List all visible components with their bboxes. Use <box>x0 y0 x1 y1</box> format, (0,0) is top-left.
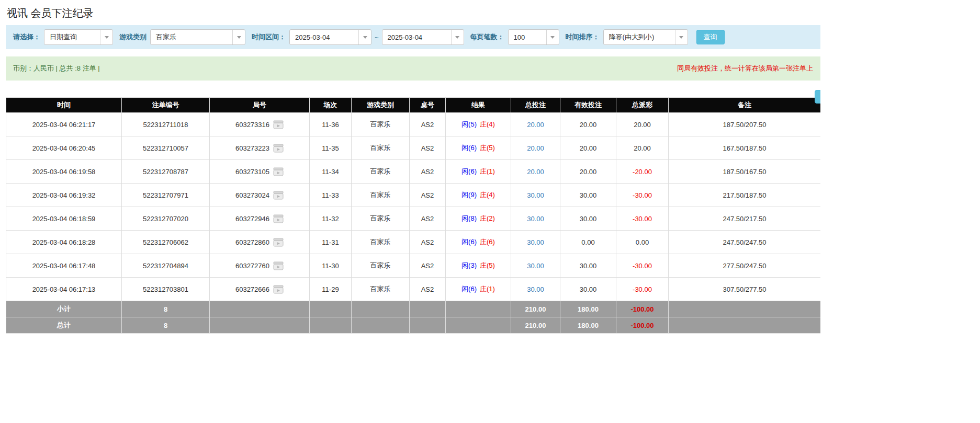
query-type-select[interactable]: 日期查询 <box>44 29 113 45</box>
cell-result: 闲(6)庄(5) <box>446 136 511 160</box>
game-type-value: 百家乐 <box>151 32 232 42</box>
result-player: 闲(6) <box>461 285 477 293</box>
search-button[interactable]: 查询 <box>696 30 725 44</box>
cell-session: 11-33 <box>310 184 352 207</box>
date-from-select[interactable]: 2025-03-04 <box>289 29 371 45</box>
footer-empty-cell <box>446 301 511 317</box>
cell-table: AS2 <box>410 136 446 160</box>
cell-result: 闲(6)庄(1) <box>446 160 511 184</box>
round-number: 603272666 <box>235 285 269 293</box>
col-header-bet-no: 注单编号 <box>122 98 210 113</box>
chevron-down-icon <box>358 30 371 44</box>
col-header-payout: 总派彩 <box>616 98 669 113</box>
cell-bet-no: 522312703801 <box>122 278 210 301</box>
cell-game-type: 百家乐 <box>352 184 410 207</box>
cell-total-bet[interactable]: 20.00 <box>511 160 560 184</box>
video-icon[interactable] <box>273 238 284 247</box>
total-payout: -100.00 <box>616 317 669 334</box>
cell-result: 闲(8)庄(2) <box>446 207 511 231</box>
cell-total-bet[interactable]: 30.00 <box>511 254 560 278</box>
game-type-select[interactable]: 百家乐 <box>150 29 245 45</box>
round-number: 603272860 <box>235 238 269 246</box>
cell-bet-no: 522312707971 <box>122 184 210 207</box>
time-sort-label: 时间排序： <box>566 32 600 42</box>
cell-table: AS2 <box>410 207 446 231</box>
cell-result: 闲(9)庄(4) <box>446 184 511 207</box>
cell-game-type: 百家乐 <box>352 278 410 301</box>
partial-blue-button[interactable] <box>815 90 820 104</box>
subtotal-valid-bet: 180.00 <box>560 301 616 317</box>
date-from-value: 2025-03-04 <box>290 33 358 41</box>
video-icon[interactable] <box>273 120 284 129</box>
col-header-table: 桌号 <box>410 98 446 113</box>
cell-result: 闲(3)庄(5) <box>446 254 511 278</box>
cell-payout: 20.00 <box>616 136 669 160</box>
cell-bet-no: 522312704894 <box>122 254 210 278</box>
round-number: 603273316 <box>235 121 269 129</box>
cell-total-bet[interactable]: 30.00 <box>511 207 560 231</box>
cell-session: 11-36 <box>310 113 352 136</box>
col-header-round: 局号 <box>210 98 310 113</box>
time-sort-select[interactable]: 降幂(由大到小) <box>603 29 688 45</box>
video-icon[interactable] <box>273 261 284 270</box>
video-icon[interactable] <box>273 285 284 294</box>
cell-round: 603272946 <box>210 207 310 231</box>
cell-session: 11-32 <box>310 207 352 231</box>
footer-empty-cell <box>669 301 821 317</box>
cell-total-bet[interactable]: 30.00 <box>511 184 560 207</box>
subtotal-row: 小计 8 210.00 180.00 -100.00 <box>6 301 821 317</box>
table-row: 2025-03-04 06:20:45 522312710057 6032732… <box>6 136 821 160</box>
cell-game-type: 百家乐 <box>352 136 410 160</box>
footer-empty-cell <box>310 301 352 317</box>
cell-valid-bet: 20.00 <box>560 160 616 184</box>
summary-bar: 币别：人民币 | 总共 :8 注单 | 同局有效投注，统一计算在该局第一张注单上 <box>6 56 820 81</box>
cell-session: 11-34 <box>310 160 352 184</box>
cell-game-type: 百家乐 <box>352 254 410 278</box>
date-range-label: 时间区间： <box>252 32 286 42</box>
col-header-session: 场次 <box>310 98 352 113</box>
video-icon[interactable] <box>273 191 284 200</box>
footer-empty-cell <box>446 317 511 334</box>
result-player: 闲(6) <box>461 167 477 175</box>
cell-round: 603272860 <box>210 231 310 254</box>
cell-total-bet[interactable]: 20.00 <box>511 113 560 136</box>
subtotal-payout: -100.00 <box>616 301 669 317</box>
cell-game-type: 百家乐 <box>352 207 410 231</box>
cell-note: 167.50/187.50 <box>669 136 821 160</box>
video-icon[interactable] <box>273 144 284 153</box>
cell-total-bet[interactable]: 30.00 <box>511 231 560 254</box>
cell-session: 11-31 <box>310 231 352 254</box>
video-icon[interactable] <box>273 167 284 176</box>
date-to-select[interactable]: 2025-03-04 <box>382 29 464 45</box>
result-player: 闲(8) <box>461 214 477 222</box>
cell-total-bet[interactable]: 20.00 <box>511 136 560 160</box>
cell-total-bet[interactable]: 30.00 <box>511 278 560 301</box>
query-type-group: 请选择： 日期查询 <box>13 29 113 45</box>
cell-session: 11-29 <box>310 278 352 301</box>
chevron-down-icon <box>675 30 688 44</box>
cell-bet-no: 522312707020 <box>122 207 210 231</box>
table-row: 2025-03-04 06:18:59 522312707020 6032729… <box>6 207 821 231</box>
cell-note: 307.50/277.50 <box>669 278 821 301</box>
game-type-label: 游戏类别 <box>119 32 147 42</box>
cell-round: 603272760 <box>210 254 310 278</box>
chevron-down-icon <box>100 30 112 44</box>
page: 视讯 会员下注纪录 请选择： 日期查询 游戏类别 百家乐 时间区间： 2025-… <box>0 0 820 423</box>
round-number: 603273024 <box>235 191 269 199</box>
video-icon[interactable] <box>273 214 284 223</box>
page-size-select[interactable]: 100 <box>508 29 559 45</box>
subtotal-label: 小计 <box>6 301 122 317</box>
col-header-time: 时间 <box>6 98 122 113</box>
result-banker: 庄(2) <box>480 214 495 222</box>
round-number: 603272760 <box>235 262 269 270</box>
cell-table: AS2 <box>410 254 446 278</box>
table-body: 2025-03-04 06:21:17 522312711018 6032733… <box>6 113 821 301</box>
chevron-down-icon <box>546 30 559 44</box>
subtotal-total-bet: 210.00 <box>511 301 560 317</box>
query-type-label: 请选择： <box>13 32 40 42</box>
cell-session: 11-35 <box>310 136 352 160</box>
table-row: 2025-03-04 06:21:17 522312711018 6032733… <box>6 113 821 136</box>
footer-empty-cell <box>410 301 446 317</box>
table-row: 2025-03-04 06:17:48 522312704894 6032727… <box>6 254 821 278</box>
total-count: 8 <box>122 317 210 334</box>
